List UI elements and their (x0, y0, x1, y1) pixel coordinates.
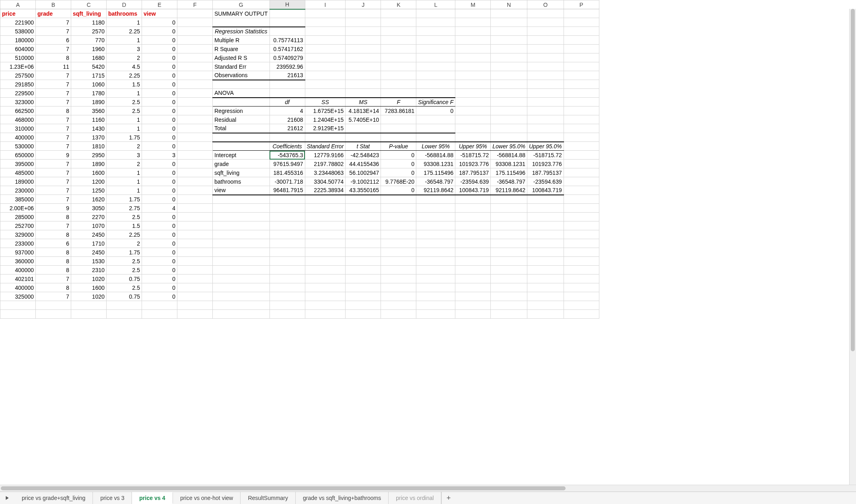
cell[interactable]: 1.75 (107, 195, 142, 204)
cell[interactable] (177, 310, 213, 319)
cell[interactable] (527, 133, 564, 142)
cell[interactable]: 0 (142, 53, 177, 62)
cell[interactable]: 43.3550165 (346, 186, 381, 195)
cell[interactable]: 1.23E+06 (0, 62, 36, 71)
cell[interactable] (346, 221, 381, 230)
cell[interactable] (564, 151, 599, 160)
cell[interactable]: 96481.7915 (270, 186, 305, 195)
cell[interactable] (305, 257, 346, 266)
column-header-L[interactable]: L (416, 0, 455, 9)
cell[interactable] (346, 310, 381, 319)
cell[interactable]: 1 (107, 36, 142, 45)
anova-label[interactable]: ANOVA (213, 89, 270, 98)
cell[interactable] (177, 18, 213, 27)
cell[interactable] (416, 9, 455, 18)
coef-header[interactable]: P-value (381, 142, 416, 151)
cell[interactable]: view (213, 186, 270, 195)
column-header-H[interactable]: H (270, 0, 305, 9)
cell[interactable] (491, 310, 527, 319)
cell[interactable]: 101923.776 (455, 160, 491, 168)
cell[interactable] (527, 283, 564, 292)
cell[interactable] (564, 98, 599, 107)
cell[interactable]: 175.115496 (491, 168, 527, 177)
tab-nav-button[interactable] (0, 492, 14, 504)
cell[interactable] (213, 80, 270, 89)
column-header-O[interactable]: O (527, 0, 564, 9)
cell[interactable]: 0 (142, 168, 177, 177)
cell[interactable] (455, 124, 491, 133)
cell[interactable] (213, 213, 270, 221)
cell[interactable] (213, 230, 270, 239)
cell[interactable]: 400000 (0, 283, 36, 292)
cell[interactable] (177, 53, 213, 62)
cell[interactable] (491, 195, 527, 204)
cell[interactable]: 3 (142, 151, 177, 160)
cell[interactable]: 325000 (0, 292, 36, 301)
cell[interactable] (564, 115, 599, 124)
cell[interactable] (177, 275, 213, 283)
cell[interactable] (381, 266, 416, 275)
cell[interactable]: 4.5 (107, 62, 142, 71)
cell[interactable] (455, 292, 491, 301)
cell[interactable] (527, 124, 564, 133)
cell[interactable] (346, 9, 381, 18)
cell[interactable]: 770 (71, 36, 107, 45)
cell[interactable]: 0 (142, 239, 177, 248)
cell[interactable] (305, 71, 346, 80)
cell[interactable] (564, 18, 599, 27)
cell[interactable] (455, 230, 491, 239)
cell[interactable]: 1430 (71, 124, 107, 133)
cell[interactable] (346, 213, 381, 221)
cell[interactable] (416, 133, 455, 142)
cell[interactable]: 187.795137 (455, 168, 491, 177)
cell[interactable] (416, 18, 455, 27)
cell[interactable] (527, 204, 564, 213)
column-header-J[interactable]: J (346, 0, 381, 9)
cell[interactable]: 187.795137 (527, 168, 564, 177)
cell[interactable] (527, 292, 564, 301)
cell[interactable] (527, 248, 564, 257)
cell[interactable] (564, 9, 599, 18)
cell[interactable] (381, 257, 416, 266)
cell[interactable] (564, 275, 599, 283)
cell[interactable] (346, 53, 381, 62)
cell[interactable] (564, 168, 599, 177)
cell[interactable]: 7 (36, 275, 71, 283)
cell[interactable]: 2197.78802 (305, 160, 346, 168)
cell[interactable] (346, 27, 381, 36)
cell[interactable] (213, 310, 270, 319)
regstat-value[interactable]: 21613 (270, 71, 305, 80)
cell[interactable]: 7 (36, 18, 71, 27)
data-header-bathrooms[interactable]: bathrooms (107, 9, 142, 18)
cell[interactable] (177, 177, 213, 186)
sheet-tab[interactable]: price vs one-hot view (173, 492, 241, 504)
cell[interactable]: 1810 (71, 142, 107, 151)
cell[interactable]: 1620 (71, 195, 107, 204)
cell[interactable]: 485000 (0, 168, 36, 177)
cell[interactable]: 0 (142, 62, 177, 71)
cell[interactable] (564, 89, 599, 98)
cell[interactable]: 2450 (71, 230, 107, 239)
cell[interactable] (527, 45, 564, 53)
cell[interactable] (177, 239, 213, 248)
cell[interactable] (491, 283, 527, 292)
cell[interactable] (381, 62, 416, 71)
cell[interactable] (305, 53, 346, 62)
coef-header[interactable]: t Stat (346, 142, 381, 151)
cell[interactable] (381, 115, 416, 124)
cell[interactable] (491, 53, 527, 62)
cell[interactable]: 0 (142, 266, 177, 275)
cell[interactable]: 2.5 (107, 257, 142, 266)
cell[interactable] (305, 133, 346, 142)
column-header-N[interactable]: N (491, 0, 527, 9)
cell[interactable] (213, 292, 270, 301)
cell[interactable]: 1715 (71, 71, 107, 80)
cell[interactable]: 385000 (0, 195, 36, 204)
cell[interactable]: 2.5 (107, 283, 142, 292)
cell[interactable]: 1 (107, 89, 142, 98)
cell[interactable]: 3.23448063 (305, 168, 346, 177)
cell[interactable] (416, 124, 455, 133)
cell[interactable] (491, 204, 527, 213)
coef-header[interactable]: Lower 95% (416, 142, 455, 151)
anova-header[interactable]: df (270, 98, 305, 107)
